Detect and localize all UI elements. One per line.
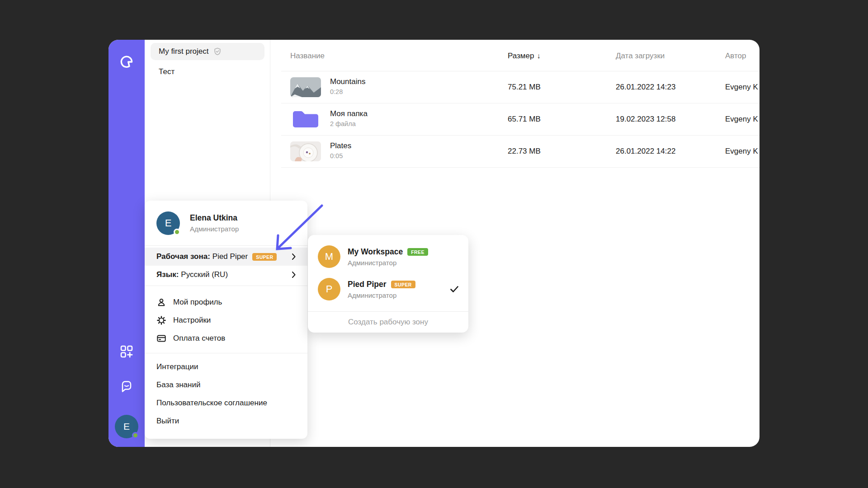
file-author: Evgeny K [725, 147, 758, 156]
language-value: Русский (RU) [181, 270, 228, 279]
menu-item-label: Оплата счетов [173, 334, 225, 343]
credit-card-icon [156, 333, 166, 343]
column-header-date[interactable]: Дата загрузки [616, 52, 665, 61]
file-duration: 0:28 [330, 88, 343, 95]
menu-item-label: Мой профиль [173, 298, 222, 307]
column-header-author[interactable]: Автор [725, 52, 746, 61]
folder-icon [290, 109, 321, 129]
menu-item-label: Выйти [156, 417, 179, 426]
chat-icon[interactable] [120, 380, 133, 393]
super-badge: SUPER [252, 253, 277, 261]
gear-icon [156, 315, 166, 325]
file-upload-date: 26.01.2022 14:23 [616, 83, 675, 92]
menu-item-logout[interactable]: Выйти [145, 412, 307, 430]
column-header-name[interactable]: Название [290, 52, 325, 61]
menu-item-label: Интеграции [156, 362, 198, 371]
sort-desc-icon: ↓ [537, 52, 540, 60]
folder-name: Моя папка [330, 109, 368, 118]
workspace-label: Рабочая зона: [156, 252, 210, 261]
file-upload-date: 26.01.2022 14:22 [616, 147, 675, 156]
column-header-size-label: Размер [508, 52, 534, 60]
chevron-right-icon [292, 253, 296, 260]
file-name: Mountains [330, 77, 365, 86]
shield-check-icon [213, 47, 222, 56]
table-header: Название Размер↓ Дата загрузки Автор [281, 40, 760, 71]
workspace-role: Администратор [348, 259, 428, 267]
online-status-dot [132, 432, 139, 439]
table-row-folder[interactable]: Моя папка 2 файла 65.71 MB 19.02.2023 12… [281, 103, 760, 136]
file-size: 22.73 MB [508, 147, 541, 156]
menu-item-knowledge-base[interactable]: База знаний [145, 376, 307, 394]
table-row-mountains[interactable]: Mountains 0:28 75.21 MB 26.01.2022 14:23… [281, 71, 760, 103]
video-thumbnail [290, 141, 321, 161]
column-header-size-sorted[interactable]: Размер↓ [508, 52, 540, 61]
user-icon [156, 297, 166, 307]
file-size: 65.71 MB [508, 115, 541, 124]
project-item-test[interactable]: Тест [151, 63, 264, 80]
chevron-right-icon [292, 272, 296, 278]
file-author: Evgeny K [725, 83, 758, 92]
language-label: Язык: [156, 270, 179, 279]
workspace-name: My Workspace [348, 247, 403, 257]
sidebar-avatar-initial: E [123, 421, 130, 432]
workspace-avatar-initial: M [325, 251, 333, 263]
free-badge: FREE [407, 248, 428, 256]
user-role: Администратор [190, 225, 239, 233]
file-size: 75.21 MB [508, 83, 541, 92]
sidebar: E [108, 40, 145, 447]
menu-item-user-agreement[interactable]: Пользовательское соглашение [145, 394, 307, 412]
video-thumbnail [290, 77, 321, 97]
online-status-dot [174, 229, 180, 235]
app-window: E My first project Тест Название Размер↓… [108, 40, 760, 447]
user-menu-profile-block: E Elena Utkina Администратор [145, 201, 307, 245]
project-label: My first project [159, 47, 209, 56]
menu-item-label: База знаний [156, 380, 200, 389]
menu-item-settings[interactable]: Настройки [145, 311, 307, 329]
workspace-name: Pied Piper [348, 280, 387, 289]
file-upload-date: 19.02.2023 12:58 [616, 115, 675, 124]
menu-item-billing[interactable]: Оплата счетов [145, 329, 307, 347]
check-icon [450, 286, 458, 292]
user-name: Elena Utkina [190, 213, 239, 223]
workspace-option-pied-piper[interactable]: P Pied Piper SUPER Администратор [308, 273, 468, 305]
menu-item-my-profile[interactable]: Мой профиль [145, 293, 307, 311]
workspace-avatar-initial: P [326, 283, 333, 295]
user-avatar: E [156, 211, 180, 235]
menu-item-label: Настройки [173, 316, 211, 325]
sidebar-user-avatar[interactable]: E [115, 415, 138, 438]
super-badge: SUPER [391, 281, 415, 288]
workspace-avatar: M [318, 245, 340, 268]
file-author: Evgeny K [725, 115, 758, 124]
create-workspace-button[interactable]: Создать рабочую зону [308, 312, 468, 333]
user-menu-popup: E Elena Utkina Администратор Рабочая зон… [145, 201, 307, 439]
table-row-plates[interactable]: Plates 0:05 22.73 MB 26.01.2022 14:22 Ev… [281, 136, 760, 168]
user-avatar-initial: E [165, 217, 172, 229]
menu-item-integrations[interactable]: Интеграции [145, 358, 307, 376]
workspace-role: Администратор [348, 291, 415, 299]
project-item-my-first-project[interactable]: My first project [151, 43, 264, 60]
workspace-value: Pied Piper [212, 252, 248, 261]
folder-files-count: 2 файла [330, 120, 356, 127]
file-name: Plates [330, 141, 351, 150]
workspace-option-my-workspace[interactable]: M My Workspace FREE Администратор [308, 240, 468, 273]
workspace-submenu-popup: M My Workspace FREE Администратор P Pied… [308, 235, 468, 333]
menu-item-label: Пользовательское соглашение [156, 399, 267, 408]
workspace-avatar: P [318, 278, 340, 300]
file-duration: 0:05 [330, 152, 343, 160]
menu-item-workspace[interactable]: Рабочая зона: Pied Piper SUPER [145, 248, 307, 266]
menu-item-language[interactable]: Язык: Русский (RU) [145, 266, 307, 284]
apps-add-icon[interactable] [120, 345, 133, 358]
app-logo-icon[interactable] [119, 54, 134, 70]
project-label: Тест [159, 67, 175, 76]
